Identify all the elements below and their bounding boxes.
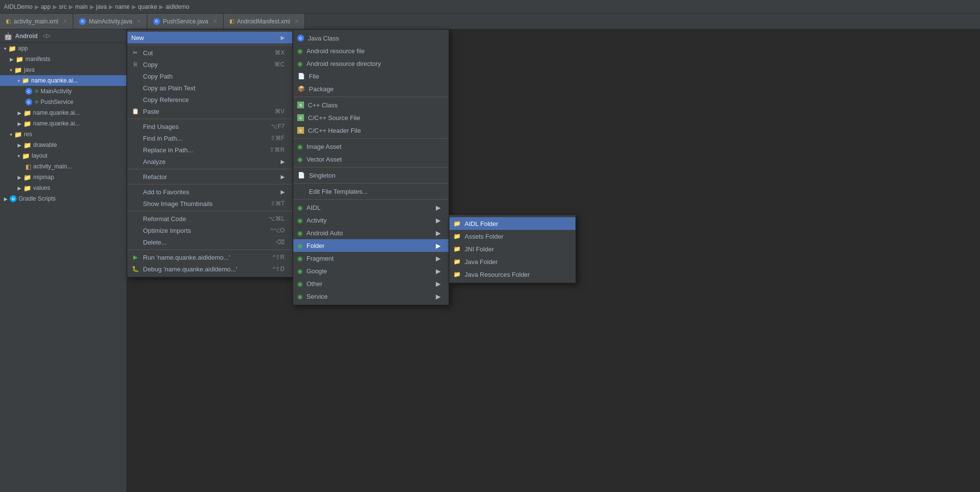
submenu-folder-item-java[interactable]: 📁 Java Folder [449,255,575,268]
context-menu-item-copy-path[interactable]: Copy Path [127,70,292,82]
context-menu-item-cut[interactable]: ✂ Cut ⌘X [127,47,292,59]
submenu-item-service[interactable]: ◉ Service ▶ [293,290,449,303]
submenu-folder-item-java-resources[interactable]: 📁 Java Resources Folder [449,268,575,281]
context-menu-item-delete[interactable]: Delete... ⌫ [127,236,292,248]
submenu-item-cpp-source[interactable]: C C/C++ Source File [293,111,449,124]
android-logo-icon: 🤖 [4,32,12,40]
breadcrumb-item[interactable]: src [59,3,67,10]
submenu-new: C Java Class ◉ Android resource file ◉ A… [293,29,449,305]
context-menu-item-run[interactable]: ▶ Run 'name.quanke.aidldemo...' ^⇧R [127,251,292,263]
submenu-folder-item-aidl[interactable]: 📁 AIDL Folder [449,217,575,230]
submenu-item-android-resource-dir[interactable]: ◉ Android resource directory [293,57,449,70]
sidebar-item-activity-main[interactable]: ◧ activity_main... [0,161,126,172]
submenu-item-file[interactable]: 📄 File [293,70,449,82]
android-icon: ◉ [297,255,303,262]
java-class-icon: C [25,99,32,105]
context-menu-item-show-thumbnails[interactable]: Show Image Thumbnails ⇧⌘T [127,198,292,209]
sidebar-item-java[interactable]: ▾ 📁 java [0,64,126,75]
submenu-item-google[interactable]: ◉ Google ▶ [293,265,449,277]
tab-pushservice-java[interactable]: C PushService.java ✕ [147,14,224,29]
submenu-item-android-auto[interactable]: ◉ Android Auto ▶ [293,226,449,239]
sidebar-item-app[interactable]: ▾ 📁 app [0,43,126,54]
close-tab-button[interactable]: ✕ [137,19,141,24]
expand-icon: ▶ [10,57,14,62]
context-menu-item-replace-in-path[interactable]: Replace in Path... ⇧⌘R [127,144,292,156]
submenu-item-cpp-header[interactable]: h C/C++ Header File [293,124,449,137]
sidebar-item-name-quanke-2[interactable]: ▶ 📁 name.quanke.ai... [0,107,126,118]
context-menu-item-copy[interactable]: ⎘ Copy ⌘C [127,59,292,70]
sidebar-item-name-quanke-3[interactable]: ▶ 📁 name.quanke.ai... [0,118,126,129]
submenu-separator [293,183,449,184]
context-menu-item-paste[interactable]: 📋 Paste ⌘V [127,105,292,117]
submenu-item-folder[interactable]: ◉ Folder ▶ [293,239,449,252]
cpp-header-icon: h [297,127,304,134]
nav-arrows[interactable]: ◁▷ [42,33,50,39]
submenu-arrow-icon: ▶ [281,35,285,41]
submenu-item-aidl[interactable]: ◉ AIDL ▶ [293,201,449,214]
context-menu-item-find-usages[interactable]: Find Usages ⌥F7 [127,121,292,132]
sidebar-item-name-quanke-main[interactable]: ▾ 📁 name.quanke.ai... [0,75,126,86]
context-menu-item-copy-plain[interactable]: Copy as Plain Text [127,82,292,94]
breadcrumb-item[interactable]: name [115,3,130,10]
breadcrumb-item[interactable]: quanke [138,3,157,10]
context-menu-item-find-in-path[interactable]: Find in Path... ⇧⌘F [127,132,292,144]
sidebar: 🤖 Android ◁▷ ▾ 📁 app ▶ 📁 manifests ▾ 📁 j… [0,29,127,492]
submenu-separator [293,199,449,200]
tab-activity-main-xml[interactable]: ◧ activity_main.xml ✕ [0,14,73,29]
context-menu-item-debug[interactable]: 🐛 Debug 'name.quanke.aidldemo...' ^⇧D [127,263,292,275]
sidebar-item-label: java [24,66,35,73]
cpp-source-icon: C [297,114,304,121]
sidebar-item-label: manifests [25,56,50,62]
sidebar-item-res[interactable]: ▾ 📁 res [0,129,126,140]
close-tab-button[interactable]: ✕ [63,19,67,24]
submenu-item-image-asset[interactable]: ◉ Image Asset [293,140,449,153]
edit-templates-icon [297,187,305,195]
sidebar-item-manifests[interactable]: ▶ 📁 manifests [0,54,126,64]
expand-icon: ▾ [18,153,20,159]
breadcrumb-item[interactable]: AIDLDemo [4,3,33,10]
submenu-item-vector-asset[interactable]: ◉ Vector Asset [293,153,449,165]
context-menu-item-refactor[interactable]: Refactor ▶ [127,171,292,183]
submenu-item-other[interactable]: ◉ Other ▶ [293,277,449,290]
submenu-folder-item-jni[interactable]: 📁 JNI Folder [449,243,575,255]
android-icon: ◉ [297,47,303,55]
sidebar-item-layout[interactable]: ▾ 📁 layout [0,150,126,161]
submenu-folder-item-assets[interactable]: 📁 Assets Folder [449,230,575,243]
sidebar-item-drawable[interactable]: ▶ 📁 drawable [0,140,126,150]
context-menu-item-optimize-imports[interactable]: Optimize Imports ^⌥O [127,225,292,236]
submenu-item-package[interactable]: 📦 Package [293,82,449,95]
sidebar-item-pushservice[interactable]: C ⚙ PushService [0,97,126,107]
context-menu-item-add-favorites[interactable]: Add to Favorites ▶ [127,186,292,198]
submenu-item-singleton[interactable]: 📄 Singleton [293,169,449,182]
menu-separator [127,211,292,211]
tab-androidmanifest-xml[interactable]: ◧ AndroidManifest.xml ✕ [224,14,306,29]
submenu-item-activity[interactable]: ◉ Activity ▶ [293,214,449,226]
submenu-arrow-icon: ▶ [436,255,441,262]
sidebar-item-gradle-scripts[interactable]: ▶ G Gradle Scripts [0,193,126,204]
breadcrumb-item[interactable]: aidldemo [165,3,189,10]
expand-icon: ▶ [18,121,21,126]
submenu-item-java-class[interactable]: C Java Class [293,32,449,44]
android-icon: ◉ [297,60,303,67]
folder-icon: 📁 [14,66,22,74]
context-menu-item-copy-reference[interactable]: Copy Reference [127,94,292,105]
tab-mainactivity-java[interactable]: C MainActivity.java ✕ [73,14,147,29]
close-tab-button[interactable]: ✕ [213,19,217,24]
context-menu-item-analyze[interactable]: Analyze ▶ [127,156,292,167]
context-menu-item-reformat[interactable]: Reformat Code ⌥⌘L [127,213,292,225]
sidebar-item-mipmap[interactable]: ▶ 📁 mipmap [0,172,126,183]
sidebar-item-values[interactable]: ▶ 📁 values [0,183,126,193]
breadcrumb-item[interactable]: main [75,3,88,10]
breadcrumb-item[interactable]: java [96,3,107,10]
sidebar-item-mainactivity[interactable]: C ⚙ MainActivity [0,86,126,97]
submenu-item-edit-templates[interactable]: Edit File Templates... [293,185,449,198]
folder-icon: 📁 [23,142,31,149]
submenu-item-android-resource-file[interactable]: ◉ Android resource file [293,44,449,57]
context-menu-item-new[interactable]: New ▶ [127,32,292,43]
folder-icon: 📁 [23,174,31,181]
close-tab-button[interactable]: ✕ [295,19,299,24]
breadcrumb-item[interactable]: app [41,3,51,10]
sidebar-item-label: layout [32,152,47,159]
submenu-item-fragment[interactable]: ◉ Fragment ▶ [293,252,449,265]
submenu-item-cpp-class[interactable]: S C++ Class [293,99,449,111]
